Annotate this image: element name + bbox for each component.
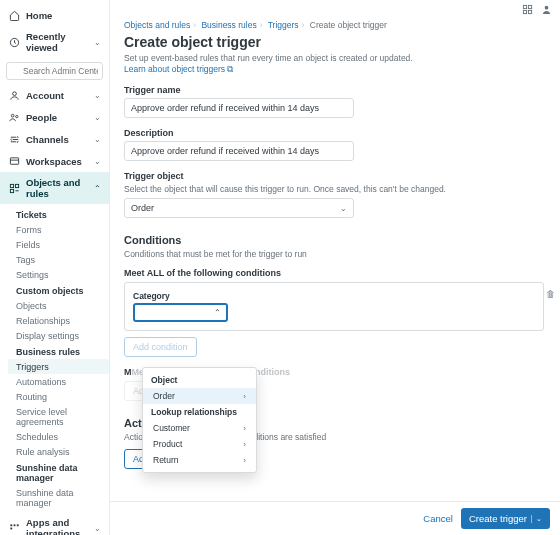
trash-icon[interactable]: 🗑 — [546, 289, 555, 299]
chevron-down-icon[interactable]: ⌄ — [531, 515, 542, 523]
trigger-name-input[interactable] — [124, 98, 354, 118]
sidebar: Home Recently viewed ⌄ 🔍 Account ⌄ Peopl… — [0, 0, 110, 535]
chevron-down-icon: ⌄ — [94, 524, 101, 533]
condition-box-all: Category ⌃ 🗑 — [124, 282, 544, 331]
breadcrumb: Objects and rules› Business rules› Trigg… — [124, 18, 544, 30]
nav-home-label: Home — [26, 10, 101, 21]
crumb-business[interactable]: Business rules — [201, 20, 256, 30]
sub-rule-analysis[interactable]: Rule analysis — [8, 444, 109, 459]
cancel-button[interactable]: Cancel — [423, 513, 453, 524]
sub-list: Tickets Forms Fields Tags Settings Custo… — [0, 204, 109, 512]
nav-people[interactable]: People ⌄ — [0, 106, 109, 128]
dd-item-product[interactable]: Product › — [143, 436, 256, 452]
svg-point-1 — [12, 91, 16, 95]
category-select[interactable]: ⌃ — [133, 303, 228, 322]
svg-rect-5 — [10, 184, 13, 187]
sub-relationships[interactable]: Relationships — [8, 313, 109, 328]
nav-workspaces[interactable]: Workspaces ⌄ — [0, 150, 109, 172]
nav-objects-label: Objects and rules — [26, 177, 94, 199]
sub-head-business: Business rules — [8, 343, 109, 359]
svg-rect-7 — [10, 189, 13, 192]
chevron-up-icon: ⌃ — [214, 308, 221, 317]
svg-rect-8 — [10, 524, 12, 526]
user-icon[interactable] — [541, 4, 552, 15]
dd-item-customer-label: Customer — [153, 423, 190, 433]
topbar — [110, 0, 560, 18]
create-trigger-button[interactable]: Create trigger ⌄ — [461, 508, 550, 529]
dd-item-order-label: Order — [153, 391, 175, 401]
add-condition-all-button[interactable]: Add condition — [124, 337, 197, 357]
sub-tags[interactable]: Tags — [8, 252, 109, 267]
dd-head-object: Object — [143, 372, 256, 388]
sub-sunshine[interactable]: Sunshine data manager — [8, 485, 109, 510]
nav-objects-rules[interactable]: Objects and rules ⌃ — [0, 172, 109, 204]
sub-schedules[interactable]: Schedules — [8, 429, 109, 444]
svg-rect-6 — [15, 184, 18, 187]
svg-point-3 — [15, 115, 17, 117]
footer-bar: Cancel Create trigger ⌄ — [110, 501, 560, 535]
create-trigger-label: Create trigger — [469, 513, 527, 524]
nav-home[interactable]: Home — [0, 4, 109, 26]
sub-settings[interactable]: Settings — [8, 267, 109, 282]
conditions-hint: Conditions that must be met for the trig… — [124, 249, 544, 260]
crumb-objects[interactable]: Objects and rules — [124, 20, 190, 30]
workspaces-icon — [8, 155, 20, 167]
all-label: Meet ALL of the following conditions — [124, 268, 544, 278]
sub-head-sunshine: Sunshine data manager — [8, 459, 109, 485]
trigger-name-label: Trigger name — [124, 85, 544, 95]
svg-rect-13 — [528, 5, 531, 8]
objects-icon — [8, 182, 20, 194]
sub-forms[interactable]: Forms — [8, 222, 109, 237]
svg-point-16 — [545, 5, 549, 9]
chevron-down-icon: ⌄ — [94, 113, 101, 122]
trigger-object-hint: Select the object that will cause this t… — [124, 184, 544, 195]
nav-account[interactable]: Account ⌄ — [0, 84, 109, 106]
grid-icon[interactable] — [522, 4, 533, 15]
chevron-down-icon: ⌄ — [340, 204, 347, 213]
chevron-right-icon: › — [243, 456, 246, 465]
search-input[interactable] — [6, 62, 103, 80]
nav-recent[interactable]: Recently viewed ⌄ — [0, 26, 109, 58]
chevron-right-icon: › — [243, 440, 246, 449]
dd-item-product-label: Product — [153, 439, 182, 449]
nav-workspaces-label: Workspaces — [26, 156, 94, 167]
svg-rect-14 — [523, 10, 526, 13]
chevron-down-icon: ⌄ — [94, 38, 101, 47]
learn-link[interactable]: Learn about object triggers ⧉ — [124, 64, 234, 74]
crumb-triggers[interactable]: Triggers — [268, 20, 299, 30]
dd-item-customer[interactable]: Customer › — [143, 420, 256, 436]
nav-account-label: Account — [26, 90, 94, 101]
channels-icon — [8, 133, 20, 145]
svg-rect-10 — [16, 524, 18, 526]
people-icon — [8, 111, 20, 123]
chevron-right-icon: › — [243, 424, 246, 433]
page-subtitle: Set up event-based rules that run every … — [124, 53, 413, 63]
home-icon — [8, 9, 20, 21]
svg-rect-11 — [10, 527, 12, 529]
description-input[interactable] — [124, 141, 354, 161]
chevron-right-icon: › — [243, 392, 246, 401]
dd-head-lookup: Lookup relationships — [143, 404, 256, 420]
svg-point-2 — [11, 114, 14, 117]
sub-automations[interactable]: Automations — [8, 374, 109, 389]
category-dropdown: Object Order › Lookup relationships Cust… — [142, 367, 257, 473]
trigger-object-select[interactable]: Order ⌄ — [124, 198, 354, 218]
chevron-down-icon: ⌄ — [94, 157, 101, 166]
sub-routing[interactable]: Routing — [8, 389, 109, 404]
chevron-down-icon: ⌄ — [94, 135, 101, 144]
nav-channels[interactable]: Channels ⌄ — [0, 128, 109, 150]
svg-rect-9 — [13, 524, 15, 526]
sub-triggers[interactable]: Triggers — [8, 359, 109, 374]
nav-recent-label: Recently viewed — [26, 31, 94, 53]
trigger-object-label: Trigger object — [124, 171, 544, 181]
description-label: Description — [124, 128, 544, 138]
sub-objects[interactable]: Objects — [8, 298, 109, 313]
sub-sla[interactable]: Service level agreements — [8, 404, 109, 429]
dd-item-order[interactable]: Order › — [143, 388, 256, 404]
conditions-head: Conditions — [124, 234, 544, 246]
sub-fields[interactable]: Fields — [8, 237, 109, 252]
sub-display[interactable]: Display settings — [8, 328, 109, 343]
apps-icon — [8, 522, 20, 534]
nav-apps[interactable]: Apps and integrations ⌄ — [0, 512, 109, 535]
dd-item-return[interactable]: Return › — [143, 452, 256, 468]
